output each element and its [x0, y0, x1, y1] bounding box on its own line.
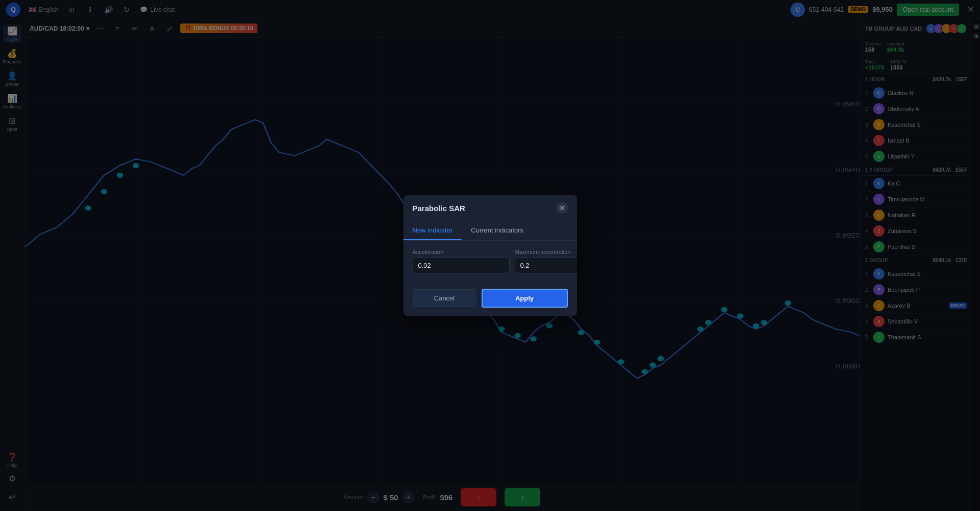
acceleration-group: Acceleration	[413, 249, 510, 273]
modal-title: Parabolic SAR	[413, 204, 465, 213]
acceleration-input[interactable]	[413, 258, 510, 273]
parabolic-sar-modal: Parabolic SAR ✕ New indicator Current in…	[403, 195, 577, 316]
tab-new-indicator[interactable]: New indicator	[403, 221, 462, 240]
cancel-button[interactable]: Cancel	[413, 289, 476, 307]
acceleration-label: Acceleration	[413, 249, 510, 255]
modal-header: Parabolic SAR ✕	[403, 195, 577, 221]
modal-body: Acceleration Maximum acceleration Color …	[403, 241, 577, 289]
modal-close-button[interactable]: ✕	[557, 202, 568, 214]
max-acceleration-label: Maximum acceleration	[515, 249, 577, 255]
modal-overlay[interactable]: Parabolic SAR ✕ New indicator Current in…	[0, 0, 980, 511]
max-acceleration-group: Maximum acceleration	[515, 249, 577, 273]
modal-footer: Cancel Apply	[403, 289, 577, 316]
form-row-fields: Acceleration Maximum acceleration Color …	[413, 249, 568, 273]
apply-button[interactable]: Apply	[482, 289, 568, 308]
tab-current-indicators[interactable]: Current indicators	[462, 221, 533, 240]
max-acceleration-input[interactable]	[515, 258, 577, 273]
modal-tabs: New indicator Current indicators	[403, 221, 577, 241]
